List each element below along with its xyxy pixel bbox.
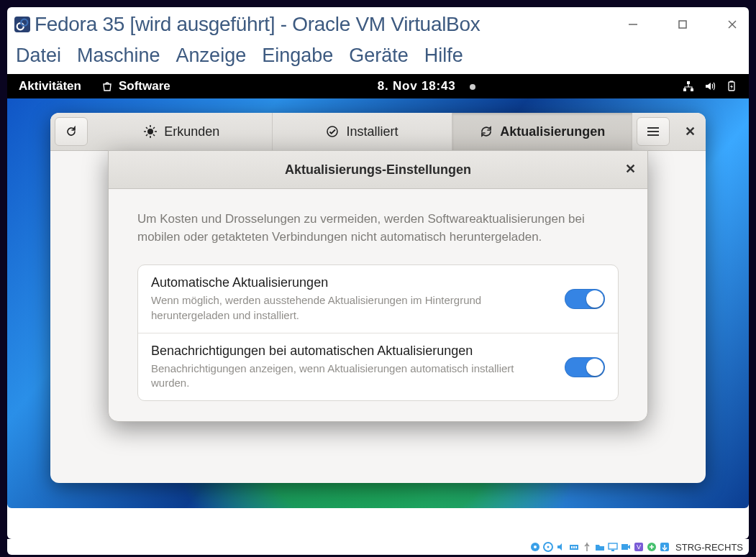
tab-updates-label: Aktualisierungen bbox=[500, 124, 605, 139]
software-close-button[interactable]: ✕ bbox=[674, 113, 706, 150]
svg-point-17 bbox=[547, 546, 550, 548]
display-icon[interactable] bbox=[608, 542, 618, 552]
hamburger-menu-button[interactable] bbox=[637, 117, 670, 146]
sync-icon bbox=[480, 125, 493, 138]
power-icon[interactable] bbox=[726, 80, 737, 92]
host-menu: Datei Maschine Anzeige Eingabe Geräte Hi… bbox=[7, 42, 749, 74]
host-title: Fedora 35 [wird ausgeführt] - Oracle VM … bbox=[35, 13, 480, 36]
minimize-button[interactable] bbox=[628, 19, 638, 29]
hostkey-label: STRG-RECHTS bbox=[675, 542, 743, 553]
hamburger-icon bbox=[647, 127, 659, 136]
svg-rect-8 bbox=[683, 88, 686, 91]
menu-hilfe[interactable]: Hilfe bbox=[424, 45, 463, 67]
app-menu[interactable]: Software bbox=[101, 79, 170, 93]
menu-maschine[interactable]: Maschine bbox=[77, 45, 160, 67]
refresh-icon bbox=[65, 126, 77, 137]
network-icon[interactable] bbox=[683, 80, 694, 92]
svg-point-13 bbox=[327, 126, 337, 137]
notification-dot-icon bbox=[470, 84, 475, 90]
dialog-body: Um Kosten und Drosselungen zu vermeiden,… bbox=[109, 189, 647, 421]
svg-rect-21 bbox=[575, 546, 577, 548]
close-button[interactable] bbox=[727, 19, 737, 29]
tab-explore[interactable]: Erkunden bbox=[92, 113, 273, 150]
hostkey-icon[interactable] bbox=[660, 542, 670, 552]
toggle-auto-updates[interactable] bbox=[565, 289, 605, 309]
shared-folder-icon[interactable] bbox=[595, 542, 605, 552]
clock-label: 8. Nov 18:43 bbox=[378, 79, 456, 93]
svg-rect-11 bbox=[730, 81, 733, 83]
dialog-intro-text: Um Kosten und Drosselungen zu vermeiden,… bbox=[137, 211, 619, 246]
software-headerbar: Erkunden Installiert Aktualisierungen ✕ bbox=[50, 113, 706, 151]
setting-update-notifications: Benachrichtigungen bei automatischen Akt… bbox=[138, 333, 618, 401]
setting-title: Benachrichtigungen bei automatischen Akt… bbox=[151, 344, 552, 359]
dialog-title: Aktualisierungs-Einstellungen bbox=[285, 162, 471, 178]
check-circle-icon bbox=[326, 125, 339, 138]
svg-rect-19 bbox=[571, 546, 573, 548]
network-adapter-icon[interactable] bbox=[569, 542, 579, 552]
optical-icon[interactable] bbox=[543, 542, 553, 552]
gnome-top-bar: Aktivitäten Software 8. Nov 18:43 bbox=[7, 74, 749, 98]
svg-rect-20 bbox=[573, 546, 575, 548]
maximize-button[interactable] bbox=[678, 19, 688, 29]
svg-text:V: V bbox=[637, 543, 641, 551]
svg-point-12 bbox=[147, 129, 153, 134]
host-titlebar: Fedora 35 [wird ausgeführt] - Oracle VM … bbox=[7, 7, 749, 42]
svg-rect-24 bbox=[621, 544, 628, 550]
menu-datei[interactable]: Datei bbox=[16, 45, 61, 67]
svg-rect-23 bbox=[611, 550, 614, 551]
setting-desc: Wenn möglich, werden ausstehende Aktuali… bbox=[151, 293, 552, 323]
recording-icon[interactable] bbox=[621, 542, 631, 552]
fedora-icon bbox=[14, 17, 30, 32]
setting-auto-updates: Automatische Aktualisierungen Wenn mögli… bbox=[138, 265, 618, 333]
menu-anzeige[interactable]: Anzeige bbox=[176, 45, 247, 67]
refresh-button[interactable] bbox=[55, 117, 88, 146]
menu-geraete[interactable]: Geräte bbox=[349, 45, 409, 67]
svg-rect-22 bbox=[609, 543, 617, 549]
shopping-bag-icon bbox=[101, 80, 113, 92]
virtualbox-statusbar: V STRG-RECHTS bbox=[7, 539, 749, 555]
update-settings-dialog: Aktualisierungs-Einstellungen ✕ Um Koste… bbox=[108, 150, 648, 422]
guest-additions-icon[interactable] bbox=[647, 542, 657, 552]
dialog-close-button[interactable]: ✕ bbox=[625, 161, 636, 177]
svg-rect-9 bbox=[691, 88, 693, 91]
settings-list: Automatische Aktualisierungen Wenn mögli… bbox=[137, 264, 619, 401]
svg-rect-4 bbox=[679, 21, 686, 28]
setting-title: Automatische Aktualisierungen bbox=[151, 275, 552, 290]
clock[interactable]: 8. Nov 18:43 bbox=[170, 79, 683, 93]
tab-installed[interactable]: Installiert bbox=[273, 113, 453, 150]
tab-updates[interactable]: Aktualisierungen bbox=[452, 113, 632, 150]
virtualbox-window: Fedora 35 [wird ausgeführt] - Oracle VM … bbox=[7, 7, 749, 539]
gnome-software-window: Erkunden Installiert Aktualisierungen ✕ bbox=[50, 113, 706, 483]
volume-icon[interactable] bbox=[704, 80, 716, 92]
compass-icon bbox=[144, 125, 157, 138]
vm-state-icon[interactable]: V bbox=[634, 542, 644, 552]
audio-icon[interactable] bbox=[556, 542, 566, 552]
activities-button[interactable]: Aktivitäten bbox=[19, 79, 81, 93]
dialog-titlebar: Aktualisierungs-Einstellungen ✕ bbox=[109, 151, 647, 189]
tab-explore-label: Erkunden bbox=[164, 124, 219, 139]
harddisk-icon[interactable] bbox=[530, 542, 540, 552]
setting-desc: Benachrichtigungen anzeigen, wenn Aktual… bbox=[151, 362, 552, 391]
tab-installed-label: Installiert bbox=[346, 124, 398, 139]
app-menu-label: Software bbox=[119, 79, 170, 93]
toggle-update-notifications[interactable] bbox=[565, 357, 605, 377]
gnome-desktop: Erkunden Installiert Aktualisierungen ✕ bbox=[7, 98, 749, 508]
svg-rect-7 bbox=[687, 81, 690, 84]
usb-icon[interactable] bbox=[582, 542, 592, 552]
svg-point-15 bbox=[534, 546, 537, 548]
menu-eingabe[interactable]: Eingabe bbox=[262, 45, 333, 67]
